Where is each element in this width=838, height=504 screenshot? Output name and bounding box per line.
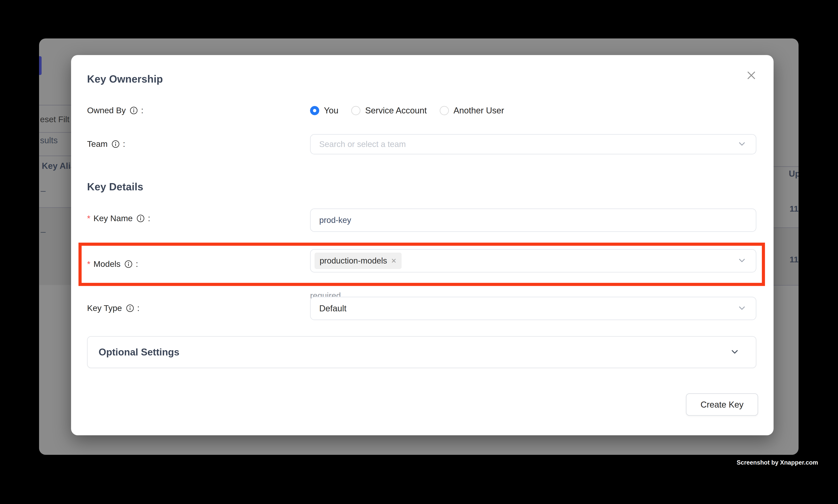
column-header-key-alias: Key Alia [42, 161, 75, 171]
close-icon [746, 70, 757, 81]
colon: : [141, 106, 143, 115]
section-title-key-details: Key Details [87, 181, 143, 193]
key-name-field[interactable] [310, 209, 756, 232]
table-row: 11/ [789, 204, 799, 214]
info-icon[interactable] [126, 304, 134, 312]
radio-option-another-user[interactable]: Another User [440, 106, 504, 115]
info-icon[interactable] [130, 106, 138, 114]
chevron-down-icon [737, 139, 746, 149]
radio-unselected[interactable] [440, 106, 449, 115]
screenshot-stage: eset Filt sults Key Alia Up – 11/ – 11/ … [0, 0, 838, 504]
models-select[interactable]: production-models ✕ [310, 249, 756, 272]
background-divider [773, 228, 799, 228]
required-asterisk: * [87, 259, 90, 269]
create-key-modal: Key Ownership Owned By : You Service Acc… [71, 55, 773, 435]
team-select-input[interactable] [310, 140, 667, 149]
background-divider [773, 285, 799, 286]
key-name-label-text: Key Name [93, 214, 133, 223]
column-header-updated: Up [789, 169, 799, 179]
chevron-down-icon [730, 347, 739, 357]
selected-model-tag: production-models ✕ [315, 253, 402, 269]
radio-unselected[interactable] [351, 106, 360, 115]
key-type-select[interactable]: Default [310, 297, 756, 320]
section-title-key-ownership: Key Ownership [87, 73, 163, 85]
owned-by-label: Owned By : [87, 106, 143, 115]
info-icon[interactable] [111, 140, 120, 148]
background-divider [773, 166, 799, 167]
info-icon[interactable] [124, 260, 132, 268]
colon: : [137, 303, 140, 313]
chevron-down-icon [737, 304, 746, 313]
table-row: 11/ [789, 255, 799, 264]
colon: : [148, 214, 150, 223]
team-label-text: Team [87, 139, 108, 149]
info-icon[interactable] [137, 214, 145, 222]
models-label-text: Models [93, 259, 121, 269]
models-label: * Models : [87, 259, 138, 269]
key-name-label: * Key Name : [87, 214, 150, 223]
optional-settings-accordion[interactable]: Optional Settings [87, 336, 756, 368]
colon: : [123, 139, 125, 149]
key-type-label-text: Key Type [87, 303, 122, 313]
background-row-shade-left [39, 207, 72, 285]
required-asterisk: * [87, 214, 90, 223]
owned-by-label-text: Owned By [87, 106, 126, 115]
watermark-text: Screenshot by Xnapper.com [737, 459, 818, 466]
reset-filters-button-partial[interactable]: eset Filt [40, 114, 70, 124]
radio-label: You [324, 106, 338, 115]
close-button[interactable] [744, 68, 758, 83]
key-type-selected-value: Default [310, 304, 346, 313]
radio-option-you[interactable]: You [310, 106, 338, 115]
key-type-label: Key Type : [87, 303, 139, 313]
radio-label: Service Account [365, 106, 427, 115]
background-button-sliver [39, 56, 41, 75]
radio-label: Another User [453, 106, 504, 115]
radio-option-service-account[interactable]: Service Account [351, 106, 427, 115]
key-name-input[interactable] [310, 216, 667, 225]
background-divider [39, 105, 72, 105]
table-row: – [41, 226, 46, 237]
radio-selected[interactable] [310, 106, 319, 115]
results-count-partial: sults [40, 136, 58, 145]
remove-tag-icon[interactable]: ✕ [391, 257, 397, 264]
colon: : [136, 259, 138, 269]
owned-by-radio-group: You Service Account Another User [310, 101, 504, 120]
optional-settings-title: Optional Settings [99, 346, 179, 358]
create-key-button[interactable]: Create Key [686, 393, 758, 416]
chevron-down-icon [737, 256, 746, 266]
table-row: – [41, 185, 46, 196]
team-label: Team : [87, 139, 125, 149]
background-divider [39, 132, 72, 133]
model-tag-label: production-models [320, 256, 387, 266]
background-divider [39, 207, 72, 208]
team-select[interactable] [310, 134, 756, 155]
background-divider [39, 156, 72, 156]
